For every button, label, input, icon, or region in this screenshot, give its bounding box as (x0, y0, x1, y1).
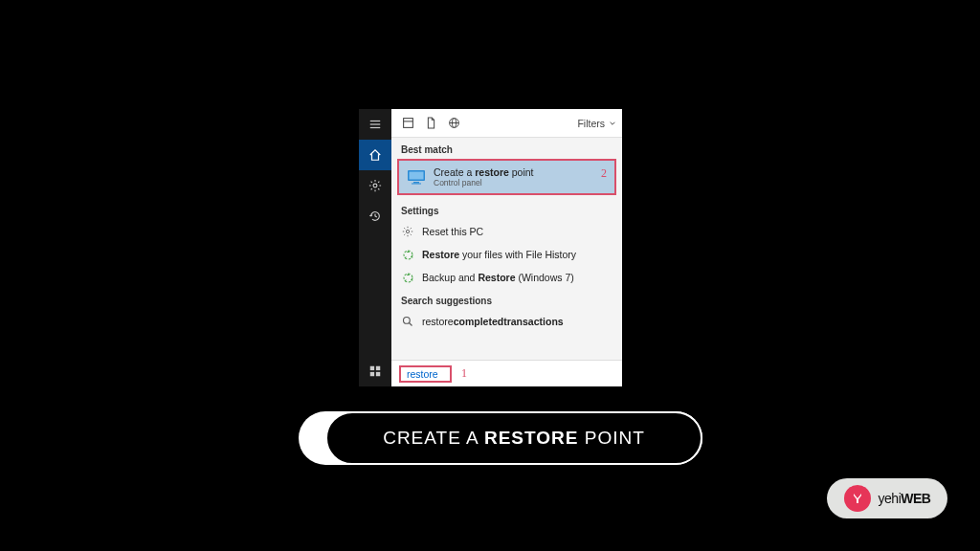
suggestions-section-title: Search suggestions (391, 289, 622, 310)
settings-item-reset-pc[interactable]: Reset this PC (391, 220, 622, 243)
documents-tab-icon[interactable] (420, 113, 441, 134)
result-text: Backup and Restore (Windows 7) (422, 272, 574, 283)
best-match-title: Create a restore point (434, 166, 607, 178)
windows-start-icon[interactable] (359, 356, 391, 386)
caption-text: CREATE A RESTORE POINT (325, 411, 702, 465)
annotation-marker-1: 1 (461, 366, 467, 381)
web-tab-icon[interactable] (443, 113, 464, 134)
svg-rect-7 (376, 372, 380, 376)
result-text: Reset this PC (422, 226, 483, 237)
result-text: Restore your files with File History (422, 249, 576, 260)
svg-point-3 (373, 184, 377, 187)
result-text: restorecompletedtransactions (422, 316, 564, 327)
search-results-body: Filters Best match Create a restore poin… (391, 109, 622, 386)
svg-rect-5 (376, 366, 380, 370)
search-icon (401, 315, 414, 328)
svg-rect-4 (370, 366, 374, 370)
filters-dropdown[interactable]: Filters (577, 118, 616, 129)
apps-tab-icon[interactable] (397, 113, 418, 134)
watermark-badge: yehiWEB (827, 478, 947, 518)
svg-rect-14 (410, 172, 424, 180)
settings-item-file-history[interactable]: Restore your files with File History (391, 243, 622, 266)
svg-point-20 (404, 318, 411, 324)
svg-rect-8 (403, 119, 412, 128)
search-header: Filters (391, 109, 622, 138)
settings-item-backup-restore[interactable]: Backup and Restore (Windows 7) (391, 266, 622, 289)
monitor-icon (407, 169, 426, 185)
recycle-icon (401, 248, 414, 261)
badge-text: yehiWEB (879, 491, 931, 506)
best-match-section-title: Best match (391, 138, 622, 159)
start-search-panel: Filters Best match Create a restore poin… (359, 109, 622, 386)
best-match-text: Create a restore point Control panel (434, 166, 607, 187)
hamburger-menu-icon[interactable] (359, 109, 391, 140)
gear-icon[interactable] (359, 170, 391, 201)
badge-logo-icon (844, 485, 871, 512)
settings-section-title: Settings (391, 199, 622, 220)
best-match-subtitle: Control panel (434, 178, 607, 187)
recycle-icon (401, 271, 414, 284)
annotation-marker-2: 2 (601, 166, 607, 181)
svg-point-17 (406, 230, 409, 232)
search-suggestion-item[interactable]: restorecompletedtransactions (391, 310, 622, 333)
svg-rect-16 (412, 184, 421, 185)
search-input[interactable] (399, 365, 452, 383)
start-sidebar (359, 109, 391, 386)
gear-icon (401, 225, 414, 238)
search-bar: 1 (391, 360, 622, 386)
caption-label: CREATE A RESTORE POINT (299, 411, 702, 465)
filters-label: Filters (577, 118, 605, 129)
best-match-item[interactable]: Create a restore point Control panel 2 (397, 159, 616, 195)
svg-rect-6 (370, 372, 374, 376)
svg-line-21 (410, 323, 412, 326)
svg-rect-15 (413, 182, 419, 184)
home-icon[interactable] (359, 140, 391, 170)
chevron-down-icon (609, 120, 616, 127)
history-icon[interactable] (359, 201, 391, 231)
